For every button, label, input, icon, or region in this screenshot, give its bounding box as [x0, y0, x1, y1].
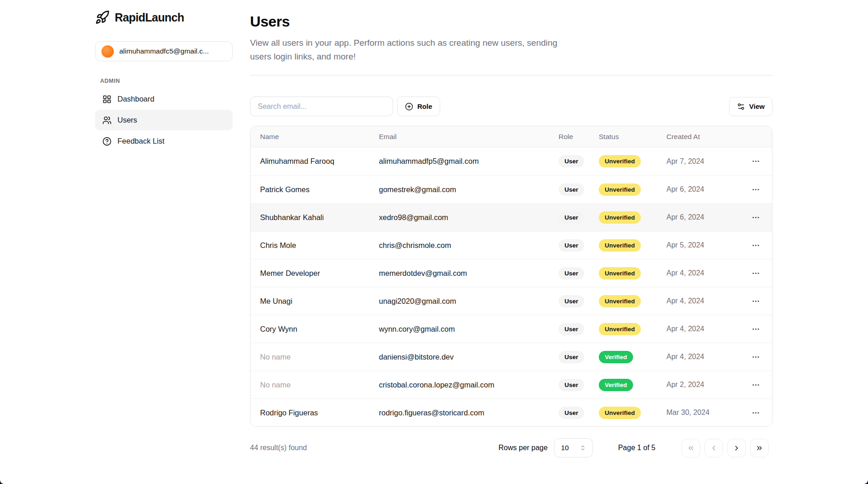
role-badge: User [559, 379, 584, 391]
table-row[interactable]: Cory Wynn wynn.cory@gmail.com User Unver… [250, 315, 772, 343]
cell-name: Alimuhammad Farooq [250, 157, 379, 166]
ellipsis-icon [751, 353, 760, 361]
cell-created-at: Apr 6, 2024 [666, 185, 740, 194]
divider [250, 75, 772, 75]
cell-email: xedro98@gmail.com [379, 213, 559, 222]
view-button-label: View [749, 102, 765, 110]
cell-email: chris@chrismole.com [379, 241, 559, 250]
cell-created-at: Apr 2, 2024 [666, 381, 740, 389]
sidebar-nav: Dashboard Users Feedback List [95, 89, 233, 151]
cell-name: Rodrigo Figueras [250, 409, 379, 417]
table-row[interactable]: Chris Mole chris@chrismole.com User Unve… [250, 231, 772, 259]
view-options-button[interactable]: View [729, 97, 772, 116]
role-badge: User [559, 211, 584, 224]
cell-email: unagi2020@gmail.com [379, 297, 559, 306]
column-header-email: Email [379, 133, 559, 141]
table-row[interactable]: No name daniensi@bitstore.dev User Verif… [250, 343, 772, 371]
chevrons-up-down-icon [580, 445, 586, 451]
last-page-button[interactable] [750, 439, 769, 457]
cell-name: No name [250, 353, 379, 361]
status-badge: Verified [599, 351, 633, 363]
role-filter-button[interactable]: Role [397, 97, 440, 116]
cell-name: Shubhankar Kahali [250, 213, 379, 222]
cell-created-at: Apr 4, 2024 [666, 297, 740, 305]
rows-per-page-select[interactable]: 10 [554, 438, 593, 457]
previous-page-button[interactable] [704, 439, 723, 457]
page-title: Users [250, 13, 772, 30]
row-actions-button[interactable] [749, 154, 763, 168]
role-badge: User [559, 267, 584, 280]
account-email: alimuhammadfc5@gmail.c... [119, 47, 209, 55]
table-row[interactable]: No name cristobal.corona.lopez@gmail.com… [250, 371, 772, 398]
sidebar-section-label: ADMIN [100, 78, 120, 84]
avatar [101, 45, 114, 58]
row-actions-button[interactable] [749, 210, 763, 225]
cell-email: memerdotdev@gmail.com [379, 269, 559, 278]
role-badge: User [559, 351, 584, 363]
rows-per-page-value: 10 [561, 444, 569, 452]
row-actions-button[interactable] [749, 350, 763, 364]
next-page-button[interactable] [727, 439, 746, 457]
status-badge: Unverified [599, 211, 641, 224]
row-actions-button[interactable] [749, 238, 763, 253]
status-badge: Unverified [599, 267, 641, 280]
sidebar-item-feedback-list[interactable]: Feedback List [95, 131, 233, 151]
toolbar: Role View [250, 97, 772, 116]
users-table: Name Email Role Status Created At Alimuh… [250, 126, 772, 427]
ellipsis-icon [751, 269, 760, 278]
table-row[interactable]: Alimuhammad Farooq alimuhammadfp5@gmail.… [250, 147, 772, 175]
row-actions-button[interactable] [749, 322, 763, 336]
ellipsis-icon [751, 325, 760, 333]
cell-email: gomestrek@gmail.com [379, 185, 559, 194]
ellipsis-icon [751, 241, 760, 250]
table-row[interactable]: Shubhankar Kahali xedro98@gmail.com User… [250, 203, 772, 231]
sidebar-item-label: Dashboard [117, 95, 154, 103]
column-header-status: Status [599, 133, 666, 141]
role-badge: User [559, 323, 584, 335]
sidebar-item-label: Users [117, 116, 137, 124]
rocket-icon [95, 10, 110, 25]
cell-name: Me Unagi [250, 297, 379, 306]
status-badge: Unverified [599, 323, 641, 335]
sliders-icon [737, 102, 745, 111]
chevron-left-icon [710, 444, 718, 452]
column-header-created-at: Created At [666, 133, 740, 141]
cell-name: Cory Wynn [250, 325, 379, 333]
ellipsis-icon [751, 381, 760, 389]
chevrons-right-icon [756, 444, 763, 452]
table-row[interactable]: Me Unagi unagi2020@gmail.com User Unveri… [250, 287, 772, 315]
row-actions-button[interactable] [749, 294, 763, 308]
main-content: Users View all users in your app. Perfor… [250, 0, 772, 457]
role-badge: User [559, 183, 584, 196]
table-row[interactable]: Rodrigo Figueras rodrigo.figueras@storic… [250, 398, 772, 426]
sidebar-item-dashboard[interactable]: Dashboard [95, 89, 233, 109]
cell-created-at: Apr 4, 2024 [666, 269, 740, 277]
first-page-button[interactable] [682, 439, 700, 457]
sidebar-item-label: Feedback List [117, 137, 165, 145]
account-button[interactable]: alimuhammadfc5@gmail.c... [95, 41, 233, 61]
table-row[interactable]: Patrick Gomes gomestrek@gmail.com User U… [250, 175, 772, 203]
app-title: RapidLaunch [115, 11, 184, 24]
sidebar-item-users[interactable]: Users [95, 110, 233, 130]
cell-created-at: Mar 30, 2024 [666, 409, 740, 417]
row-actions-button[interactable] [749, 406, 763, 420]
table-row[interactable]: Memer Developer memerdotdev@gmail.com Us… [250, 259, 772, 287]
search-input[interactable] [250, 97, 393, 116]
role-badge: User [559, 155, 584, 167]
cell-email: daniensi@bitstore.dev [379, 353, 559, 361]
page-indicator: Page 1 of 5 [618, 444, 655, 452]
row-actions-button[interactable] [749, 378, 763, 392]
ellipsis-icon [751, 157, 760, 166]
status-badge: Unverified [599, 155, 641, 167]
cell-email: wynn.cory@gmail.com [379, 325, 559, 333]
results-count: 44 result(s) found [250, 444, 307, 452]
row-actions-button[interactable] [749, 183, 763, 197]
ellipsis-icon [751, 297, 760, 306]
row-actions-button[interactable] [749, 266, 763, 280]
cell-created-at: Apr 6, 2024 [666, 213, 740, 221]
role-badge: User [559, 407, 584, 419]
chevrons-left-icon [687, 444, 695, 452]
page-description: View all users in your app. Perform acti… [250, 36, 570, 64]
cell-created-at: Apr 5, 2024 [666, 241, 740, 249]
circle-plus-icon [405, 102, 413, 111]
